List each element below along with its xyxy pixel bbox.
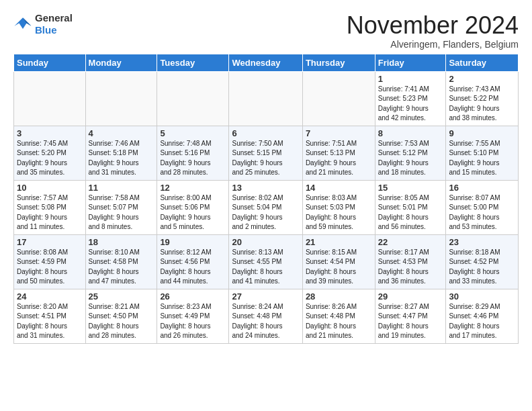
table-row	[157, 71, 229, 126]
day-number: 18	[89, 237, 154, 247]
logo: General Blue	[13, 12, 73, 36]
day-number: 3	[17, 128, 83, 138]
logo-general: General	[35, 12, 73, 24]
day-number: 20	[232, 237, 299, 247]
day-number: 24	[17, 291, 83, 302]
day-info: Sunrise: 7:46 AM Sunset: 5:18 PM Dayligh…	[89, 139, 154, 178]
day-number: 21	[306, 237, 372, 247]
day-info: Sunrise: 8:05 AM Sunset: 5:01 PM Dayligh…	[378, 193, 443, 232]
day-info: Sunrise: 8:20 AM Sunset: 4:51 PM Dayligh…	[17, 302, 83, 341]
col-wednesday: Wednesday	[229, 54, 302, 71]
table-row: 5Sunrise: 7:48 AM Sunset: 5:16 PM Daylig…	[157, 126, 229, 180]
table-row: 16Sunrise: 8:07 AM Sunset: 5:00 PM Dayli…	[446, 180, 519, 234]
subtitle: Alveringem, Flanders, Belgium	[347, 39, 519, 50]
table-row: 30Sunrise: 8:29 AM Sunset: 4:46 PM Dayli…	[446, 289, 519, 343]
table-row: 29Sunrise: 8:27 AM Sunset: 4:47 PM Dayli…	[375, 289, 446, 343]
table-row: 9Sunrise: 7:55 AM Sunset: 5:10 PM Daylig…	[446, 126, 519, 180]
table-row	[302, 71, 375, 126]
day-info: Sunrise: 7:58 AM Sunset: 5:07 PM Dayligh…	[89, 193, 154, 232]
table-row: 13Sunrise: 8:02 AM Sunset: 5:04 PM Dayli…	[229, 180, 302, 234]
col-friday: Friday	[375, 54, 446, 71]
day-number: 11	[89, 183, 154, 193]
table-row: 7Sunrise: 7:51 AM Sunset: 5:13 PM Daylig…	[302, 126, 375, 180]
table-row: 1Sunrise: 7:41 AM Sunset: 5:23 PM Daylig…	[375, 71, 446, 126]
day-info: Sunrise: 7:51 AM Sunset: 5:13 PM Dayligh…	[306, 139, 372, 178]
calendar: Sunday Monday Tuesday Wednesday Thursday…	[13, 54, 519, 344]
table-row: 20Sunrise: 8:13 AM Sunset: 4:55 PM Dayli…	[229, 234, 302, 289]
day-info: Sunrise: 8:03 AM Sunset: 5:03 PM Dayligh…	[306, 193, 372, 232]
table-row: 28Sunrise: 8:26 AM Sunset: 4:48 PM Dayli…	[302, 289, 375, 343]
col-thursday: Thursday	[302, 54, 375, 71]
day-info: Sunrise: 8:12 AM Sunset: 4:56 PM Dayligh…	[160, 248, 226, 287]
day-number: 10	[17, 183, 83, 193]
day-info: Sunrise: 7:50 AM Sunset: 5:15 PM Dayligh…	[232, 139, 299, 178]
table-row: 10Sunrise: 7:57 AM Sunset: 5:08 PM Dayli…	[14, 180, 86, 234]
day-number: 13	[232, 183, 299, 193]
table-row: 22Sunrise: 8:17 AM Sunset: 4:53 PM Dayli…	[375, 234, 446, 289]
table-row: 8Sunrise: 7:53 AM Sunset: 5:12 PM Daylig…	[375, 126, 446, 180]
day-number: 28	[306, 291, 372, 302]
day-info: Sunrise: 7:43 AM Sunset: 5:22 PM Dayligh…	[449, 85, 515, 124]
table-row: 26Sunrise: 8:23 AM Sunset: 4:49 PM Dayli…	[157, 289, 229, 343]
calendar-week-row: 17Sunrise: 8:08 AM Sunset: 4:59 PM Dayli…	[14, 234, 519, 289]
logo-text: General Blue	[35, 12, 73, 36]
table-row	[14, 71, 86, 126]
page: General Blue November 2024 Alveringem, F…	[0, 0, 532, 351]
day-info: Sunrise: 8:10 AM Sunset: 4:58 PM Dayligh…	[89, 248, 154, 287]
table-row: 27Sunrise: 8:24 AM Sunset: 4:48 PM Dayli…	[229, 289, 302, 343]
calendar-week-row: 1Sunrise: 7:41 AM Sunset: 5:23 PM Daylig…	[14, 71, 519, 126]
col-tuesday: Tuesday	[157, 54, 229, 71]
table-row	[85, 71, 157, 126]
day-info: Sunrise: 8:08 AM Sunset: 4:59 PM Dayligh…	[17, 248, 83, 287]
day-info: Sunrise: 8:21 AM Sunset: 4:50 PM Dayligh…	[89, 302, 154, 341]
day-info: Sunrise: 8:29 AM Sunset: 4:46 PM Dayligh…	[449, 302, 515, 341]
table-row: 23Sunrise: 8:18 AM Sunset: 4:52 PM Dayli…	[446, 234, 519, 289]
table-row: 21Sunrise: 8:15 AM Sunset: 4:54 PM Dayli…	[302, 234, 375, 289]
day-number: 17	[17, 237, 83, 247]
day-number: 16	[449, 183, 515, 193]
day-info: Sunrise: 8:00 AM Sunset: 5:06 PM Dayligh…	[160, 193, 226, 232]
day-number: 9	[449, 128, 515, 138]
day-number: 8	[378, 128, 443, 138]
table-row: 2Sunrise: 7:43 AM Sunset: 5:22 PM Daylig…	[446, 71, 519, 126]
month-title: November 2024	[347, 12, 519, 39]
day-info: Sunrise: 8:15 AM Sunset: 4:54 PM Dayligh…	[306, 248, 372, 287]
day-number: 26	[160, 291, 226, 302]
svg-marker-0	[14, 17, 31, 29]
day-info: Sunrise: 7:57 AM Sunset: 5:08 PM Dayligh…	[17, 193, 83, 232]
day-info: Sunrise: 7:48 AM Sunset: 5:16 PM Dayligh…	[160, 139, 226, 178]
day-number: 12	[160, 183, 226, 193]
day-number: 25	[89, 291, 154, 302]
table-row: 25Sunrise: 8:21 AM Sunset: 4:50 PM Dayli…	[85, 289, 157, 343]
calendar-week-row: 3Sunrise: 7:45 AM Sunset: 5:20 PM Daylig…	[14, 126, 519, 180]
day-info: Sunrise: 7:45 AM Sunset: 5:20 PM Dayligh…	[17, 139, 83, 178]
table-row: 11Sunrise: 7:58 AM Sunset: 5:07 PM Dayli…	[85, 180, 157, 234]
day-info: Sunrise: 8:13 AM Sunset: 4:55 PM Dayligh…	[232, 248, 299, 287]
calendar-header-row: Sunday Monday Tuesday Wednesday Thursday…	[14, 54, 519, 71]
col-sunday: Sunday	[14, 54, 86, 71]
day-number: 30	[449, 291, 515, 302]
calendar-week-row: 24Sunrise: 8:20 AM Sunset: 4:51 PM Dayli…	[14, 289, 519, 343]
day-number: 14	[306, 183, 372, 193]
day-info: Sunrise: 8:02 AM Sunset: 5:04 PM Dayligh…	[232, 193, 299, 232]
title-block: November 2024 Alveringem, Flanders, Belg…	[347, 12, 519, 50]
col-saturday: Saturday	[446, 54, 519, 71]
day-number: 6	[232, 128, 299, 138]
day-number: 7	[306, 128, 372, 138]
table-row: 14Sunrise: 8:03 AM Sunset: 5:03 PM Dayli…	[302, 180, 375, 234]
table-row: 19Sunrise: 8:12 AM Sunset: 4:56 PM Dayli…	[157, 234, 229, 289]
day-number: 5	[160, 128, 226, 138]
logo-bird-icon	[13, 15, 32, 34]
day-info: Sunrise: 8:18 AM Sunset: 4:52 PM Dayligh…	[449, 248, 515, 287]
table-row: 12Sunrise: 8:00 AM Sunset: 5:06 PM Dayli…	[157, 180, 229, 234]
day-number: 19	[160, 237, 226, 247]
day-info: Sunrise: 7:55 AM Sunset: 5:10 PM Dayligh…	[449, 139, 515, 178]
table-row: 24Sunrise: 8:20 AM Sunset: 4:51 PM Dayli…	[14, 289, 86, 343]
logo-blue: Blue	[35, 24, 57, 36]
day-info: Sunrise: 8:24 AM Sunset: 4:48 PM Dayligh…	[232, 302, 299, 341]
table-row: 15Sunrise: 8:05 AM Sunset: 5:01 PM Dayli…	[375, 180, 446, 234]
day-info: Sunrise: 8:23 AM Sunset: 4:49 PM Dayligh…	[160, 302, 226, 341]
day-info: Sunrise: 8:07 AM Sunset: 5:00 PM Dayligh…	[449, 193, 515, 232]
day-number: 1	[378, 74, 443, 84]
calendar-week-row: 10Sunrise: 7:57 AM Sunset: 5:08 PM Dayli…	[14, 180, 519, 234]
